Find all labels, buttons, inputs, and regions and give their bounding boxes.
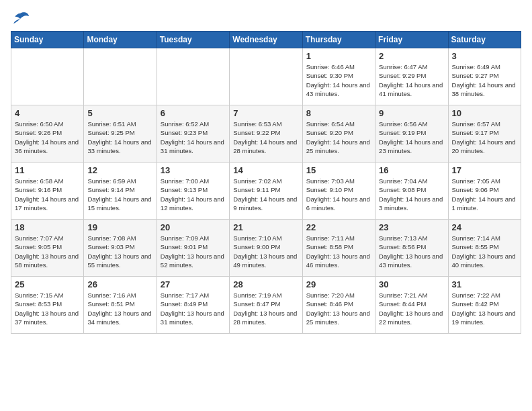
calendar-cell [11, 48, 84, 105]
cell-content: Sunrise: 7:03 AM Sunset: 9:10 PM Dayligh… [306, 177, 371, 212]
day-number: 16 [379, 165, 444, 175]
day-number: 9 [379, 108, 444, 118]
day-number: 21 [233, 222, 298, 232]
day-number: 17 [452, 165, 517, 175]
calendar-cell: 21Sunrise: 7:10 AM Sunset: 9:00 PM Dayli… [230, 220, 302, 277]
day-number: 3 [452, 51, 517, 61]
day-number: 12 [87, 165, 152, 175]
calendar-cell: 6Sunrise: 6:52 AM Sunset: 9:23 PM Daylig… [157, 105, 229, 163]
calendar-cell: 19Sunrise: 7:08 AM Sunset: 9:03 PM Dayli… [84, 220, 157, 277]
cell-content: Sunrise: 7:05 AM Sunset: 9:06 PM Dayligh… [452, 177, 517, 212]
calendar-header: SundayMondayTuesdayWednesdayThursdayFrid… [11, 32, 521, 48]
weekday-header-sunday: Sunday [11, 32, 84, 48]
day-number: 4 [15, 108, 80, 118]
week-row-1: 1Sunrise: 6:46 AM Sunset: 9:30 PM Daylig… [11, 48, 521, 105]
cell-content: Sunrise: 6:56 AM Sunset: 9:19 PM Dayligh… [379, 120, 444, 155]
day-number: 31 [452, 279, 517, 289]
cell-content: Sunrise: 7:08 AM Sunset: 9:03 PM Dayligh… [87, 234, 152, 269]
calendar-cell: 15Sunrise: 7:03 AM Sunset: 9:10 PM Dayli… [302, 163, 375, 220]
cell-content: Sunrise: 6:51 AM Sunset: 9:25 PM Dayligh… [87, 120, 152, 155]
cell-content: Sunrise: 6:47 AM Sunset: 9:29 PM Dayligh… [379, 62, 444, 98]
page-header [11, 11, 521, 26]
day-number: 28 [233, 279, 298, 289]
calendar-cell [157, 48, 229, 105]
day-number: 18 [15, 222, 80, 232]
day-number: 11 [15, 165, 80, 175]
cell-content: Sunrise: 7:09 AM Sunset: 9:01 PM Dayligh… [161, 234, 226, 269]
calendar-cell: 12Sunrise: 6:59 AM Sunset: 9:14 PM Dayli… [84, 163, 157, 220]
day-number: 14 [233, 165, 298, 175]
calendar-cell: 8Sunrise: 6:54 AM Sunset: 9:20 PM Daylig… [302, 105, 375, 163]
calendar-cell: 14Sunrise: 7:02 AM Sunset: 9:11 PM Dayli… [230, 163, 302, 220]
day-number: 24 [452, 222, 517, 232]
weekday-header-saturday: Saturday [448, 32, 521, 48]
calendar-cell [84, 48, 157, 105]
day-number: 7 [233, 108, 298, 118]
day-number: 29 [306, 279, 371, 289]
cell-content: Sunrise: 6:52 AM Sunset: 9:23 PM Dayligh… [161, 120, 226, 155]
weekday-header-tuesday: Tuesday [157, 32, 229, 48]
calendar-cell: 10Sunrise: 6:57 AM Sunset: 9:17 PM Dayli… [448, 105, 521, 163]
weekday-header-wednesday: Wednesday [230, 32, 302, 48]
cell-content: Sunrise: 6:59 AM Sunset: 9:14 PM Dayligh… [87, 177, 152, 212]
day-number: 13 [161, 165, 226, 175]
weekday-header-friday: Friday [375, 32, 448, 48]
calendar-cell: 9Sunrise: 6:56 AM Sunset: 9:19 PM Daylig… [375, 105, 448, 163]
day-number: 22 [306, 222, 371, 232]
day-number: 10 [452, 108, 517, 118]
weekday-row: SundayMondayTuesdayWednesdayThursdayFrid… [11, 32, 521, 48]
calendar-cell: 7Sunrise: 6:53 AM Sunset: 9:22 PM Daylig… [230, 105, 302, 163]
day-number: 20 [161, 222, 226, 232]
week-row-2: 4Sunrise: 6:50 AM Sunset: 9:26 PM Daylig… [11, 105, 521, 163]
cell-content: Sunrise: 6:57 AM Sunset: 9:17 PM Dayligh… [452, 120, 517, 155]
cell-content: Sunrise: 7:19 AM Sunset: 8:47 PM Dayligh… [233, 291, 298, 326]
day-number: 23 [379, 222, 444, 232]
cell-content: Sunrise: 6:49 AM Sunset: 9:27 PM Dayligh… [452, 62, 517, 98]
week-row-4: 18Sunrise: 7:07 AM Sunset: 9:05 PM Dayli… [11, 220, 521, 277]
calendar-cell: 22Sunrise: 7:11 AM Sunset: 8:58 PM Dayli… [302, 220, 375, 277]
cell-content: Sunrise: 7:00 AM Sunset: 9:13 PM Dayligh… [161, 177, 226, 212]
cell-content: Sunrise: 7:04 AM Sunset: 9:08 PM Dayligh… [379, 177, 444, 212]
calendar-cell: 26Sunrise: 7:16 AM Sunset: 8:51 PM Dayli… [84, 277, 157, 334]
calendar-cell: 5Sunrise: 6:51 AM Sunset: 9:25 PM Daylig… [84, 105, 157, 163]
day-number: 15 [306, 165, 371, 175]
calendar-cell: 1Sunrise: 6:46 AM Sunset: 9:30 PM Daylig… [302, 48, 375, 105]
cell-content: Sunrise: 7:15 AM Sunset: 8:53 PM Dayligh… [15, 291, 80, 326]
calendar-cell: 28Sunrise: 7:19 AM Sunset: 8:47 PM Dayli… [230, 277, 302, 334]
logo [11, 11, 32, 26]
cell-content: Sunrise: 7:10 AM Sunset: 9:00 PM Dayligh… [233, 234, 298, 269]
calendar-cell: 16Sunrise: 7:04 AM Sunset: 9:08 PM Dayli… [375, 163, 448, 220]
calendar-cell: 18Sunrise: 7:07 AM Sunset: 9:05 PM Dayli… [11, 220, 84, 277]
day-number: 6 [161, 108, 226, 118]
cell-content: Sunrise: 6:50 AM Sunset: 9:26 PM Dayligh… [15, 120, 80, 155]
day-number: 25 [15, 279, 80, 289]
weekday-header-monday: Monday [84, 32, 157, 48]
logo-bird-icon [11, 11, 30, 26]
cell-content: Sunrise: 6:54 AM Sunset: 9:20 PM Dayligh… [306, 120, 371, 155]
calendar-cell: 20Sunrise: 7:09 AM Sunset: 9:01 PM Dayli… [157, 220, 229, 277]
week-row-3: 11Sunrise: 6:58 AM Sunset: 9:16 PM Dayli… [11, 163, 521, 220]
calendar-cell [230, 48, 302, 105]
day-number: 27 [161, 279, 226, 289]
cell-content: Sunrise: 7:11 AM Sunset: 8:58 PM Dayligh… [306, 234, 371, 269]
cell-content: Sunrise: 7:21 AM Sunset: 8:44 PM Dayligh… [379, 291, 444, 326]
cell-content: Sunrise: 7:17 AM Sunset: 8:49 PM Dayligh… [161, 291, 226, 326]
cell-content: Sunrise: 6:53 AM Sunset: 9:22 PM Dayligh… [233, 120, 298, 155]
day-number: 30 [379, 279, 444, 289]
cell-content: Sunrise: 7:13 AM Sunset: 8:56 PM Dayligh… [379, 234, 444, 269]
calendar-cell: 25Sunrise: 7:15 AM Sunset: 8:53 PM Dayli… [11, 277, 84, 334]
cell-content: Sunrise: 7:14 AM Sunset: 8:55 PM Dayligh… [452, 234, 517, 269]
calendar-cell: 24Sunrise: 7:14 AM Sunset: 8:55 PM Dayli… [448, 220, 521, 277]
cell-content: Sunrise: 6:46 AM Sunset: 9:30 PM Dayligh… [306, 62, 371, 98]
cell-content: Sunrise: 7:07 AM Sunset: 9:05 PM Dayligh… [15, 234, 80, 269]
cell-content: Sunrise: 7:16 AM Sunset: 8:51 PM Dayligh… [87, 291, 152, 326]
day-number: 26 [87, 279, 152, 289]
calendar-cell: 30Sunrise: 7:21 AM Sunset: 8:44 PM Dayli… [375, 277, 448, 334]
calendar-cell: 11Sunrise: 6:58 AM Sunset: 9:16 PM Dayli… [11, 163, 84, 220]
day-number: 19 [87, 222, 152, 232]
week-row-5: 25Sunrise: 7:15 AM Sunset: 8:53 PM Dayli… [11, 277, 521, 334]
calendar-cell: 2Sunrise: 6:47 AM Sunset: 9:29 PM Daylig… [375, 48, 448, 105]
calendar-cell: 29Sunrise: 7:20 AM Sunset: 8:46 PM Dayli… [302, 277, 375, 334]
cell-content: Sunrise: 6:58 AM Sunset: 9:16 PM Dayligh… [15, 177, 80, 212]
day-number: 5 [87, 108, 152, 118]
